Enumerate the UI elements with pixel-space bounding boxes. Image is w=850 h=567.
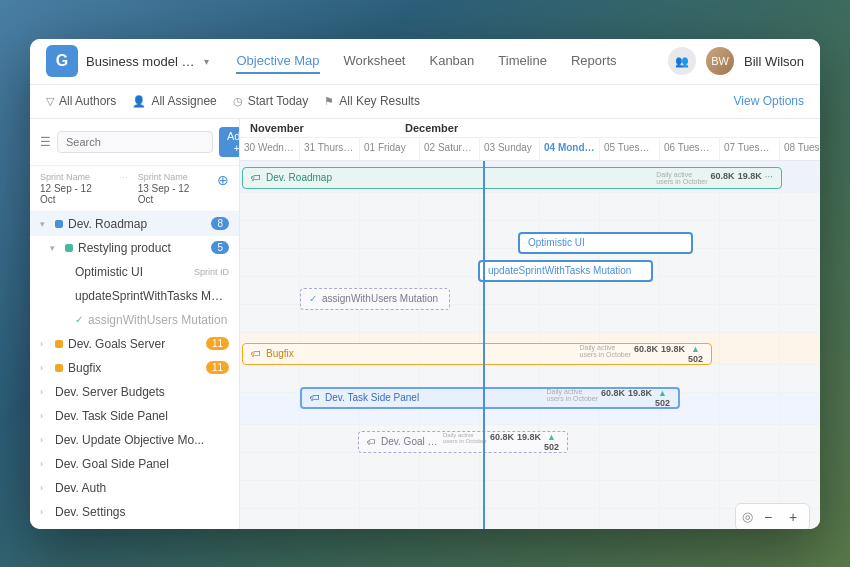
timeline-row-goal-side-panel (240, 453, 820, 481)
filter-icon: ▽ (46, 95, 54, 108)
gantt-bar-update-sprint[interactable]: updateSprintWithTasks Mutation (478, 260, 653, 282)
color-dot (55, 340, 63, 348)
month-december: December (395, 119, 820, 137)
days-row: 30 Wednesday 31 Thursday 01 Friday 02 Sa… (240, 138, 820, 160)
sprint-info: Sprint Name 12 Sep - 12 Oct ··· Sprint N… (30, 166, 239, 212)
sidebar-item-assign-users[interactable]: ✓ assignWithUsers Mutation (30, 308, 239, 332)
item-label: Dev. Update Objective Mo... (55, 433, 229, 447)
day-03: 03 Sunday (480, 138, 540, 160)
bar-label: Bugfix (266, 348, 575, 359)
bar-stats: Daily activeusers in October 60.8K 19.8K… (443, 432, 559, 452)
sidebar-item-dev-roadmap[interactable]: ▾ Dev. Roadmap 8 (30, 212, 239, 236)
today-line (483, 161, 485, 529)
search-input[interactable] (57, 131, 213, 153)
item-label: Dev. Goal Side Panel (55, 457, 229, 471)
team-button[interactable]: 👥 (668, 47, 696, 75)
gantt-bar-dev-roadmap[interactable]: 🏷 Dev. Roadmap Daily activeusers in Octo… (242, 167, 782, 189)
header-right: 👥 BW Bill Wilson (644, 47, 804, 75)
item-label: Dev. Roadmap (68, 217, 206, 231)
expand-icon: › (40, 507, 50, 517)
user-name: Bill Wilson (744, 54, 804, 69)
timeline-header: November December 30 Wednesday 31 Thursd… (240, 119, 820, 161)
day-01: 01 Friday (360, 138, 420, 160)
day-07: 07 Tuesday (720, 138, 780, 160)
check-icon: ✓ (75, 314, 83, 325)
add-button[interactable]: Add + (219, 127, 240, 157)
sidebar-item-dev-auth[interactable]: › Dev. Auth (30, 476, 239, 500)
sidebar-item-update-sprint[interactable]: updateSprintWithTasks Mutation (30, 284, 239, 308)
item-label: Restyling product (78, 241, 206, 255)
item-label: Dev. Goals Server (68, 337, 201, 351)
tab-reports[interactable]: Reports (571, 49, 617, 74)
item-label: Dev. Server Budgets (55, 385, 229, 399)
sidebar-item-dev-goals-server[interactable]: › Dev. Goals Server 11 (30, 332, 239, 356)
filter-assignee-button[interactable]: 👤 All Assignee (132, 94, 216, 108)
target-icon[interactable]: ◎ (742, 509, 753, 524)
avatar[interactable]: BW (706, 47, 734, 75)
tab-timeline[interactable]: Timeline (498, 49, 547, 74)
item-badge: 5 (211, 241, 229, 254)
bar-label: assignWithUsers Mutation (322, 293, 441, 304)
sidebar-item-dev-update-objective[interactable]: › Dev. Update Objective Mo... (30, 428, 239, 452)
day-05: 05 Tuesday (600, 138, 660, 160)
item-label: Dev. Settings (55, 505, 229, 519)
logo-area: G Business model revi... ▾ (46, 45, 209, 77)
tab-worksheet[interactable]: Worksheet (344, 49, 406, 74)
month-november: November (240, 119, 395, 137)
sidebar-item-dev-settings[interactable]: › Dev. Settings (30, 500, 239, 524)
day-02: 02 Saturday (420, 138, 480, 160)
filter-authors-button[interactable]: ▽ All Authors (46, 94, 116, 108)
start-today-button[interactable]: ◷ Start Today (233, 94, 308, 108)
bar-label: updateSprintWithTasks Mutation (488, 265, 643, 276)
gantt-bar-assign-users[interactable]: ✓ assignWithUsers Mutation (300, 288, 450, 310)
expand-icon: › (40, 459, 50, 469)
zoom-out-button[interactable]: − (758, 507, 778, 527)
gantt-bar-dev-goal-side-panel[interactable]: 🏷 Dev. Goal Side Panel Daily activeusers… (358, 431, 568, 453)
bar-stats: Daily activeusers in October 60.8K 19.8K… (580, 344, 703, 364)
item-badge: 11 (206, 337, 229, 350)
item-badge: 8 (211, 217, 229, 230)
tab-kanban[interactable]: Kanban (429, 49, 474, 74)
expand-icon: ▾ (50, 243, 60, 253)
bar-flag-icon: 🏷 (251, 348, 261, 359)
chevron-down-icon[interactable]: ▾ (204, 56, 209, 67)
gantt-bar-optimistic-ui[interactable]: Optimistic UI (518, 232, 693, 254)
bar-label: Optimistic UI (528, 237, 683, 248)
sidebar-item-dev-goal-side-panel[interactable]: › Dev. Goal Side Panel (30, 452, 239, 476)
timeline-row-auth (240, 481, 820, 509)
project-name[interactable]: Business model revi... (86, 54, 196, 69)
view-options-button[interactable]: View Options (734, 94, 804, 108)
day-31: 31 Thursday (300, 138, 360, 160)
key-results-button[interactable]: ⚑ All Key Results (324, 94, 420, 108)
logo-icon[interactable]: G (46, 45, 78, 77)
item-label: Optimistic UI (75, 265, 189, 279)
color-dot (65, 244, 73, 252)
calendar-icon: ◷ (233, 95, 243, 108)
color-dot (55, 220, 63, 228)
sidebar-item-dev-server-budgets[interactable]: › Dev. Server Budgets (30, 380, 239, 404)
timeline-row-settings (240, 509, 820, 529)
tab-objective-map[interactable]: Objective Map (236, 49, 319, 74)
sprint-id-label: Sprint ID (194, 267, 229, 277)
gantt-bar-bugfix[interactable]: 🏷 Bugfix Daily activeusers in October 60… (242, 343, 712, 365)
sidebar-item-bugfix[interactable]: › Bugfix 11 (30, 356, 239, 380)
sidebar-item-restyling-product[interactable]: ▾ Restyling product 5 (30, 236, 239, 260)
item-badge: 11 (206, 361, 229, 374)
zoom-in-button[interactable]: + (783, 507, 803, 527)
main-content: ☰ Add + Sprint Name 12 Sep - 12 Oct ··· … (30, 119, 820, 529)
bar-stats: Daily activeusers in October 60.8K 19.8K… (547, 388, 670, 408)
person-icon: 👤 (132, 95, 146, 108)
flag-icon: ⚑ (324, 95, 334, 108)
day-04: 04 Monday (540, 138, 600, 160)
bar-flag-icon: 🏷 (367, 437, 376, 447)
add-sprint-button[interactable]: ⊕ (217, 172, 229, 205)
expand-icon: › (40, 483, 50, 493)
day-08: 08 Tuesday (780, 138, 820, 160)
item-label: Bugfix (68, 361, 201, 375)
gantt-bar-dev-task-side-panel[interactable]: 🏷 Dev. Task Side Panel Daily activeusers… (300, 387, 680, 409)
sidebar-item-dev-task-side-panel[interactable]: › Dev. Task Side Panel (30, 404, 239, 428)
menu-icon[interactable]: ☰ (40, 135, 51, 149)
app-window: G Business model revi... ▾ Objective Map… (30, 39, 820, 529)
sidebar-item-optimistic-ui[interactable]: Optimistic UI Sprint ID (30, 260, 239, 284)
expand-icon: › (40, 435, 50, 445)
